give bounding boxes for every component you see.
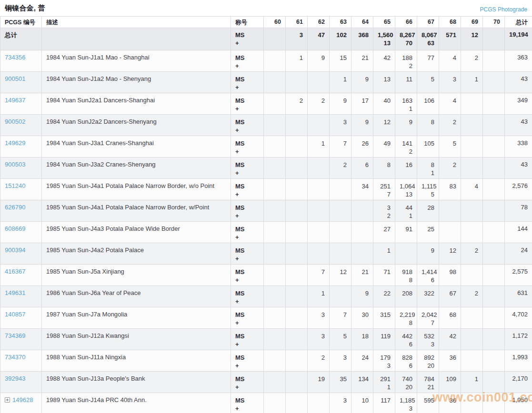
grade-64-ms-count <box>356 204 369 212</box>
grade-68-ms-count <box>443 204 456 212</box>
expand-icon[interactable]: + <box>5 397 10 403</box>
pcgs-number-link[interactable]: 149637 <box>5 97 25 104</box>
table-header-row: PCGS 编号描述称号6061626364656667686970总计 <box>0 17 532 28</box>
grade-60-ms-count <box>268 354 281 362</box>
grade-60-plus-count <box>268 276 281 284</box>
grade-67-cell: 595 <box>417 393 439 413</box>
column-headers: PCGS 编号描述称号6061626364656667686970总计 <box>0 17 532 28</box>
pcgs-number-link[interactable]: 900503 <box>5 161 25 168</box>
pcgs-photograde-link[interactable]: PCGS Photograde <box>480 6 527 13</box>
grade-60-ms-count <box>268 139 281 148</box>
designation-cell: MS+ <box>231 265 264 286</box>
grade-60-cell <box>264 93 286 115</box>
grade-70-ms-count <box>487 225 500 233</box>
grade-63-ms-count: 3 <box>334 396 347 404</box>
grade-64-cell: 34 <box>351 179 373 200</box>
table-row: 1512401985 Yuan Sun-J4a1 Potala Palace N… <box>0 179 532 200</box>
grade-65-ms-count: 119 <box>378 332 391 340</box>
totals-grade-69-plus-count <box>465 39 478 47</box>
grade-67-cell: 25 <box>417 222 439 243</box>
pcgs-number-link[interactable]: 734370 <box>5 354 25 361</box>
grade-61-cell: 1 <box>286 50 308 72</box>
designation-cell: MS+ <box>231 286 264 307</box>
totals-grade-60 <box>264 28 286 50</box>
table-row: 1496311986 Yuan Sun-J6a Year of PeaceMS+… <box>0 286 532 307</box>
grade-68-cell: 98 <box>439 265 461 286</box>
pcgs-number-link[interactable]: 734356 <box>5 54 25 61</box>
grade-65-plus-count <box>378 83 391 91</box>
grade-61-cell <box>286 222 308 243</box>
grade-67-ms-count: 77 <box>422 54 434 62</box>
grade-70-ms-count <box>487 289 500 297</box>
grade-62-plus-count <box>312 62 325 70</box>
grade-66-cell: 1412 <box>395 136 417 157</box>
grade-67-ms-count: 106 <box>422 97 434 105</box>
pcgs-number-link[interactable]: 900502 <box>5 118 25 125</box>
grade-66-cell: 91 <box>395 222 417 243</box>
pcgs-number-link[interactable]: 900394 <box>5 246 25 254</box>
grade-64-ms-count: 24 <box>356 354 369 362</box>
grade-68-ms-count: 67 <box>443 289 456 297</box>
grade-62-ms-count: 2 <box>312 97 325 105</box>
grade-61-ms-count <box>290 161 303 169</box>
pcgs-number-link[interactable]: 900501 <box>5 75 25 82</box>
grade-60-ms-count <box>268 97 281 105</box>
grade-62-plus-count <box>312 276 325 284</box>
pcgs-number-link[interactable]: 151240 <box>5 182 25 189</box>
grade-69-ms-count <box>465 204 478 212</box>
grade-63-ms-count: 7 <box>334 139 347 148</box>
pcgs-number-link[interactable]: 626790 <box>5 204 25 211</box>
grade-67-plus-count <box>422 233 434 241</box>
designation-plus-count: + <box>235 255 259 263</box>
grade-60-plus-count <box>268 148 281 156</box>
grade-63-ms-count <box>334 289 347 297</box>
table-row: 1408571987 Yuan Sun-J7a MongoliaMS+37303… <box>0 307 532 329</box>
totals-grade-62-plus-count <box>312 39 325 47</box>
grade-63-ms-count <box>334 204 347 212</box>
pcgs-number-link[interactable]: 149631 <box>5 289 25 296</box>
grade-67-cell: 5 <box>417 72 439 93</box>
totals-grade-65-plus-count: 13 <box>378 39 391 47</box>
grade-64-ms-count: 21 <box>356 54 369 62</box>
pcgs-number-link[interactable]: 140857 <box>5 311 25 318</box>
grade-67-ms-count: 8 <box>422 161 434 169</box>
grade-61-plus-count <box>290 126 303 134</box>
page-title: 铜镍合金, 普 <box>5 4 45 13</box>
grade-62-cell: 9 <box>308 50 330 72</box>
pcgs-number-link[interactable]: 149629 <box>5 139 25 147</box>
grade-64-plus-count <box>356 297 369 305</box>
grade-66-cell: 9 <box>395 115 417 136</box>
grade-69-cell <box>461 350 483 372</box>
pcgs-number-link[interactable]: 149628 <box>12 396 33 403</box>
grade-60-plus-count <box>268 404 281 413</box>
grade-69-plus-count <box>465 297 478 305</box>
grade-66-ms-count: 918 <box>400 268 412 276</box>
grade-63-cell: 15 <box>330 50 351 72</box>
grade-69-ms-count: 2 <box>465 246 478 255</box>
pcgs-number-link[interactable]: 734369 <box>5 332 25 339</box>
pcgs-number-link[interactable]: 416367 <box>5 268 25 275</box>
grade-64-ms-count: 30 <box>356 311 369 319</box>
totals-row: 总计MS+3471023681,560138,267708,0676357112… <box>0 28 532 50</box>
pcgs-number-link[interactable]: 392943 <box>5 375 25 382</box>
grade-65-cell: 12 <box>373 115 395 136</box>
grade-62-ms-count <box>312 118 325 126</box>
grade-69-ms-count <box>465 354 478 362</box>
grade-67-ms-count: 1,115 <box>422 182 434 190</box>
grade-61-plus-count <box>290 148 303 156</box>
grade-64-cell: 9 <box>351 286 373 307</box>
grade-67-plus-count: 20 <box>422 362 434 370</box>
grade-69-cell: 2 <box>461 50 483 72</box>
grade-60-plus-count <box>268 255 281 263</box>
pcgs-number-link[interactable]: 608669 <box>5 225 25 232</box>
grade-61-plus-count <box>290 190 303 198</box>
grade-61-ms-count <box>290 311 303 319</box>
grade-68-ms-count: 4 <box>443 54 456 62</box>
grade-61-plus-count <box>290 297 303 305</box>
grade-69-ms-count <box>465 97 478 105</box>
table-row: 9005011984 Yuan Sun-J1a2 Mao - ShenyangM… <box>0 72 532 93</box>
grade-70-plus-count <box>487 319 500 327</box>
grade-70-cell <box>483 329 505 350</box>
grade-69-cell <box>461 157 483 179</box>
grade-64-plus-count <box>356 276 369 284</box>
